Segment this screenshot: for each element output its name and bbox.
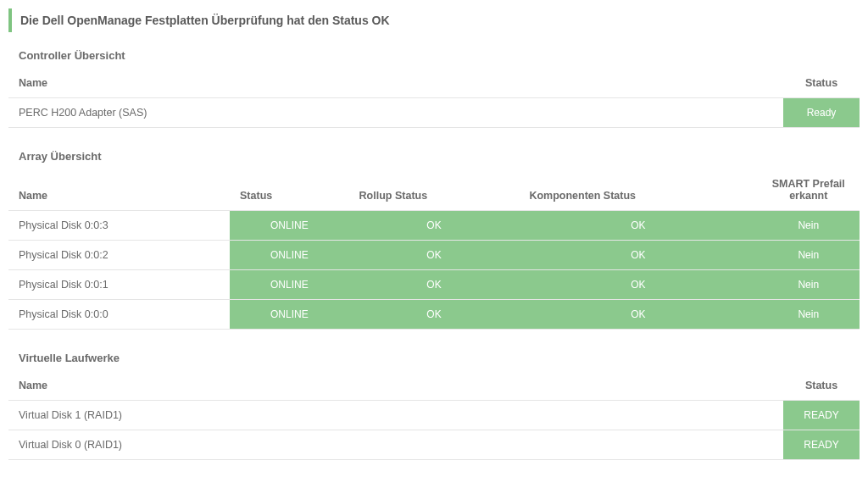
col-status: Status bbox=[230, 169, 349, 211]
col-name: Name bbox=[8, 371, 783, 401]
status-badge: ONLINE bbox=[230, 270, 349, 300]
smart-badge: Nein bbox=[757, 211, 860, 241]
component-badge: OK bbox=[519, 300, 757, 330]
status-badge: READY bbox=[783, 430, 860, 460]
table-row: PERC H200 Adapter (SAS) Ready bbox=[8, 98, 860, 128]
virtual-heading: Virtuelle Laufwerke bbox=[8, 345, 860, 371]
component-badge: OK bbox=[519, 241, 757, 270]
disk-name: Physical Disk 0:0:1 bbox=[8, 270, 230, 300]
controller-table: Name Status PERC H200 Adapter (SAS) Read… bbox=[8, 69, 860, 128]
status-badge: Ready bbox=[783, 98, 860, 128]
array-table: Name Status Rollup Status Komponenten St… bbox=[8, 169, 860, 330]
col-name: Name bbox=[8, 69, 783, 98]
col-component: Komponenten Status bbox=[519, 169, 757, 211]
table-row: Virtual Disk 1 (RAID1) READY bbox=[8, 401, 860, 430]
table-row: Physical Disk 0:0:1 ONLINE OK OK Nein bbox=[8, 270, 860, 300]
component-badge: OK bbox=[519, 270, 757, 300]
status-badge: ONLINE bbox=[230, 211, 349, 241]
smart-badge: Nein bbox=[757, 241, 860, 270]
component-badge: OK bbox=[519, 211, 757, 241]
virtual-disk-name: Virtual Disk 1 (RAID1) bbox=[8, 401, 783, 430]
status-badge: ONLINE bbox=[230, 300, 349, 330]
controller-heading: Controller Übersicht bbox=[8, 42, 860, 69]
controller-name: PERC H200 Adapter (SAS) bbox=[8, 98, 783, 128]
table-row: Physical Disk 0:0:2 ONLINE OK OK Nein bbox=[8, 241, 860, 270]
rollup-badge: OK bbox=[349, 300, 520, 330]
virtual-table: Name Status Virtual Disk 1 (RAID1) READY… bbox=[8, 371, 860, 460]
disk-name: Physical Disk 0:0:0 bbox=[8, 300, 230, 330]
table-row: Virtual Disk 0 (RAID1) READY bbox=[8, 430, 860, 460]
smart-badge: Nein bbox=[757, 300, 860, 330]
col-rollup: Rollup Status bbox=[349, 169, 520, 211]
col-status: Status bbox=[783, 371, 860, 401]
disk-name: Physical Disk 0:0:2 bbox=[8, 241, 230, 270]
smart-badge: Nein bbox=[757, 270, 860, 300]
rollup-badge: OK bbox=[349, 211, 520, 241]
col-smart: SMART Prefail erkannt bbox=[757, 169, 860, 211]
page-title: Die Dell OpenManage Festplatten Überprüf… bbox=[8, 8, 860, 32]
rollup-badge: OK bbox=[349, 270, 520, 300]
col-name: Name bbox=[8, 169, 230, 211]
col-status: Status bbox=[783, 69, 860, 98]
table-row: Physical Disk 0:0:3 ONLINE OK OK Nein bbox=[8, 211, 860, 241]
virtual-disk-name: Virtual Disk 0 (RAID1) bbox=[8, 430, 783, 460]
rollup-badge: OK bbox=[349, 241, 520, 270]
disk-name: Physical Disk 0:0:3 bbox=[8, 211, 230, 241]
array-heading: Array Übersicht bbox=[8, 143, 860, 169]
status-badge: READY bbox=[783, 401, 860, 430]
status-badge: ONLINE bbox=[230, 241, 349, 270]
table-row: Physical Disk 0:0:0 ONLINE OK OK Nein bbox=[8, 300, 860, 330]
